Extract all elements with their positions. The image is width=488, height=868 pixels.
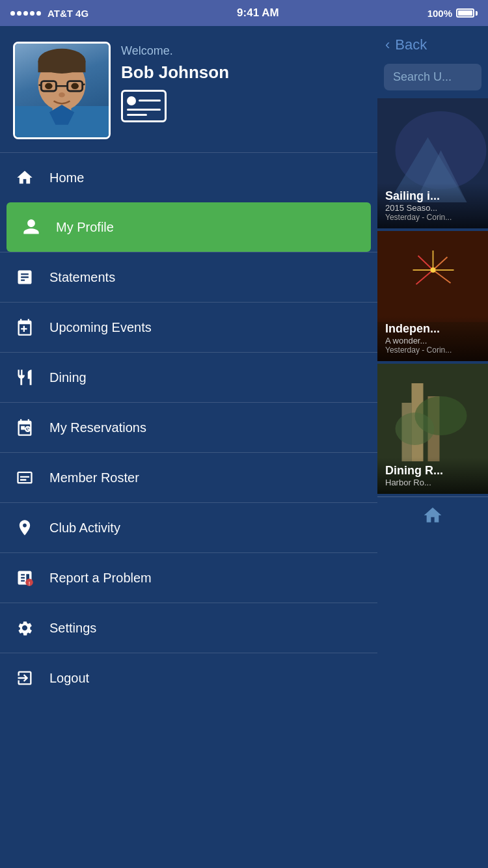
- card-independence-title: Indepen...: [385, 322, 480, 336]
- roster-icon: [13, 466, 36, 489]
- sidebar-item-my-profile[interactable]: My Profile: [7, 202, 371, 252]
- settings-icon: [13, 616, 36, 640]
- right-panel-header: ‹ Back: [377, 26, 488, 64]
- sidebar-item-label-dining: Dining: [49, 370, 364, 385]
- card-sailing-overlay: Sailing i... 2015 Seaso... Yesterday - C…: [377, 183, 488, 228]
- back-button[interactable]: Back: [395, 36, 427, 53]
- welcome-text: Welcome.: [121, 44, 229, 58]
- svg-line-8: [38, 85, 41, 85]
- sidebar-item-club-activity[interactable]: Club Activity: [0, 502, 377, 552]
- profile-info: Welcome. Bob Johnson: [121, 42, 229, 122]
- search-input[interactable]: Search U...: [384, 64, 481, 90]
- logout-icon: [13, 666, 36, 690]
- battery-icon: [456, 8, 478, 18]
- svg-point-11: [71, 83, 79, 89]
- card-independence-meta: Yesterday - Corin...: [385, 346, 480, 355]
- card-sailing-subtitle: 2015 Seaso...: [385, 203, 480, 213]
- svg-point-10: [45, 83, 53, 89]
- svg-line-9: [83, 84, 85, 85]
- signal-dots: [10, 11, 41, 16]
- card-sailing-title: Sailing i...: [385, 189, 480, 203]
- sidebar-item-label-statements: Statements: [49, 270, 364, 285]
- sidebar-item-label-my-reservations: My Reservations: [49, 420, 364, 435]
- sidebar-item-dining[interactable]: Dining: [0, 352, 377, 402]
- sidebar-item-statements[interactable]: Statements: [0, 252, 377, 302]
- sidebar-item-label-my-profile: My Profile: [56, 220, 358, 235]
- sidebar-item-settings[interactable]: Settings: [0, 603, 377, 653]
- time-label: 9:41 AM: [237, 7, 279, 20]
- bottom-bar: [377, 496, 488, 536]
- profile-header: Welcome. Bob Johnson: [0, 26, 377, 152]
- sidebar-item-label-club-activity: Club Activity: [49, 521, 364, 536]
- back-chevron-icon: ‹: [385, 36, 390, 53]
- sidebar-item-label-upcoming-events: Upcoming Events: [49, 320, 364, 335]
- sidebar-item-label-report-problem: Report a Problem: [49, 571, 364, 586]
- avatar[interactable]: [13, 42, 111, 139]
- report-icon: !: [13, 566, 36, 590]
- statements-icon: [13, 265, 36, 289]
- dining-icon: [13, 366, 36, 389]
- sidebar: Welcome. Bob Johnson: [0, 26, 377, 868]
- search-placeholder: Search U...: [393, 70, 452, 83]
- card-independence[interactable]: Indepen... A wonder... Yesterday - Corin…: [377, 231, 488, 361]
- sidebar-item-label-settings: Settings: [49, 621, 364, 636]
- card-independence-subtitle: A wonder...: [385, 336, 480, 346]
- profile-icon: [20, 215, 43, 239]
- card-dining[interactable]: Dining R... Harbor Ro...: [377, 364, 488, 494]
- avatar-image: [15, 44, 109, 137]
- card-sailing-meta: Yesterday - Corin...: [385, 213, 480, 222]
- svg-rect-4: [38, 61, 86, 72]
- battery-percent: 100%: [427, 8, 452, 19]
- sidebar-item-my-reservations[interactable]: My Reservations: [0, 402, 377, 452]
- home-button-bottom[interactable]: [422, 505, 443, 528]
- location-icon: [13, 516, 36, 539]
- card-dining-overlay: Dining R... Harbor Ro...: [377, 457, 488, 494]
- sidebar-item-label-logout: Logout: [49, 671, 364, 686]
- sidebar-item-logout[interactable]: Logout: [0, 653, 377, 703]
- status-left: AT&T 4G: [10, 8, 88, 19]
- sidebar-item-label-home: Home: [49, 170, 364, 185]
- home-icon-bottom: [422, 505, 443, 526]
- svg-point-30: [431, 267, 436, 273]
- svg-text:!: !: [29, 580, 31, 587]
- sidebar-item-upcoming-events[interactable]: Upcoming Events: [0, 302, 377, 352]
- right-panel: ‹ Back Search U... Sailing i... 2015 Sea…: [377, 26, 488, 868]
- svg-point-12: [59, 92, 65, 98]
- card-sailing[interactable]: Sailing i... 2015 Seaso... Yesterday - C…: [377, 98, 488, 228]
- reservations-icon: [13, 416, 36, 439]
- home-icon: [13, 166, 36, 189]
- card-dining-subtitle: Harbor Ro...: [385, 478, 480, 487]
- card-independence-overlay: Indepen... A wonder... Yesterday - Corin…: [377, 316, 488, 361]
- user-name: Bob Johnson: [121, 63, 229, 82]
- carrier-label: AT&T 4G: [47, 8, 88, 19]
- svg-point-37: [396, 413, 435, 445]
- sidebar-item-report-problem[interactable]: ! Report a Problem: [0, 552, 377, 603]
- calendar-icon: [13, 316, 36, 339]
- id-card-icon[interactable]: [121, 90, 167, 122]
- status-right: 100%: [427, 8, 478, 19]
- sidebar-item-member-roster[interactable]: Member Roster: [0, 452, 377, 502]
- card-dining-title: Dining R...: [385, 464, 480, 478]
- status-bar: AT&T 4G 9:41 AM 100%: [0, 0, 488, 26]
- sidebar-item-home[interactable]: Home: [0, 152, 377, 202]
- sidebar-item-label-member-roster: Member Roster: [49, 470, 364, 485]
